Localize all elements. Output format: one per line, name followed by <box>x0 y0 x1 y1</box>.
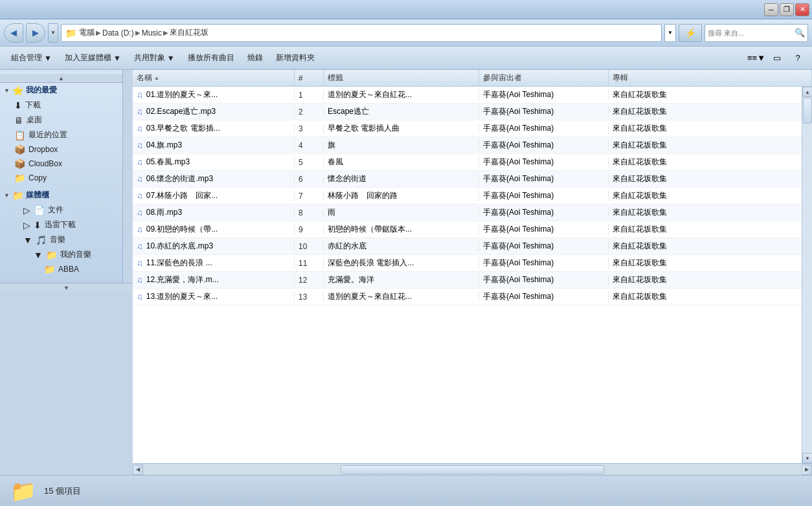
music-file-icon: ♫ <box>137 191 143 201</box>
help-button[interactable]: ? <box>789 50 807 67</box>
share-button[interactable]: 共用對象 ▼ <box>128 49 181 67</box>
sidebar-media-header[interactable]: ▼ 📁 媒體櫃 <box>0 188 122 203</box>
music-file-icon: ♫ <box>137 225 143 234</box>
table-row[interactable]: ♫ 11.深藍色的長浪 ... 11 深藍色的長浪 電影插入... 手嘉葵(Ao… <box>133 255 802 272</box>
col-name-label: 名稱 <box>137 72 152 83</box>
sidebar-item-dropbox[interactable]: 📦 Dropbox <box>0 142 122 157</box>
table-row[interactable]: ♫ 12.充滿愛，海洋.m... 12 充滿愛。海洋 手嘉葵(Aoi Teshi… <box>133 272 802 289</box>
table-row[interactable]: ♫ 08.雨.mp3 8 雨 手嘉葵(Aoi Teshima) 來自紅花坂歌集 <box>133 204 802 221</box>
h-scroll-track[interactable] <box>143 465 802 475</box>
table-row[interactable]: ♫ 01.道別的夏天～來... 1 道別的夏天～來自紅花... 手嘉葵(Aoi … <box>133 87 802 104</box>
col-album-label: 專輯 <box>613 72 628 83</box>
music-icon: 🎵 <box>36 235 47 245</box>
breadcrumb-current[interactable]: 來自紅花坂 <box>170 27 209 38</box>
file-artist-cell: 手嘉葵(Aoi Teshima) <box>479 274 609 285</box>
view-dropdown-button[interactable]: ≡≡ ▼ <box>747 50 765 67</box>
sidebar-scroll-down[interactable]: ▼ <box>0 283 133 292</box>
sidebar-item-my-music[interactable]: ▼ 📁 我的音樂 <box>0 247 122 262</box>
add-media-button[interactable]: 加入至媒體櫃 ▼ <box>59 49 127 67</box>
breadcrumb-pc[interactable]: 電腦 <box>79 27 95 38</box>
file-album-cell: 來自紅花坂歌集 <box>609 190 802 201</box>
table-row[interactable]: ♫ 02.Escape逃亡.mp3 2 Escape逃亡 手嘉葵(Aoi Tes… <box>133 104 802 120</box>
scroll-down-arrow[interactable]: ▼ <box>802 453 812 463</box>
refresh-button[interactable]: ⚡ <box>679 24 702 42</box>
breadcrumb-music[interactable]: Music <box>142 28 162 38</box>
restore-button[interactable]: ❐ <box>780 3 794 16</box>
file-artist-cell: 手嘉葵(Aoi Teshima) <box>479 207 609 218</box>
table-row[interactable]: ♫ 03.早餐之歌 電影插... 3 早餐之歌 電影插人曲 手嘉葵(Aoi Te… <box>133 120 802 137</box>
sidebar-item-cloudbox[interactable]: 📦 CloudBox <box>0 157 122 171</box>
file-name-cell: ♫ 06.懷念的街道.mp3 <box>133 173 295 184</box>
file-artist-cell: 手嘉葵(Aoi Teshima) <box>479 258 609 269</box>
pane-button[interactable]: ▭ <box>768 50 786 67</box>
search-icon[interactable]: 🔍 <box>795 28 805 38</box>
sidebar-item-thunder[interactable]: ▷ ⬇ 迅雷下載 <box>0 217 122 232</box>
col-header-num[interactable]: # <box>295 70 324 86</box>
sidebar-favorites-header[interactable]: ▼ ⭐ 我的最愛 <box>0 83 122 98</box>
sidebar-item-documents[interactable]: ▷ 📄 文件 <box>0 203 122 217</box>
sidebar-item-copy[interactable]: 📁 Copy <box>0 171 122 185</box>
h-scroll-thumb[interactable] <box>341 465 604 474</box>
col-header-album[interactable]: 專輯 <box>609 70 812 86</box>
organize-button[interactable]: 組合管理 ▼ <box>5 49 58 67</box>
sidebar-item-downloads[interactable]: ⬇ 下載 <box>0 98 122 113</box>
burn-button[interactable]: 燒錄 <box>242 49 269 67</box>
play-all-button[interactable]: 播放所有曲目 <box>182 49 240 67</box>
table-row[interactable]: ♫ 07.林蔭小路 回家... 7 林蔭小路 回家的路 手嘉葵(Aoi Tesh… <box>133 188 802 204</box>
breadcrumb-drive[interactable]: Data (D:) <box>102 28 134 38</box>
scroll-thumb[interactable] <box>803 98 812 124</box>
file-num-cell: 5 <box>295 158 324 167</box>
file-tag-cell: 道別的夏天～來自紅花... <box>324 89 479 100</box>
add-media-dropdown-icon: ▼ <box>113 54 121 63</box>
new-folder-button[interactable]: 新增資料夾 <box>270 49 321 67</box>
sidebar-item-abba[interactable]: 📁 ABBA <box>0 262 122 276</box>
file-num-cell: 9 <box>295 225 324 234</box>
address-dropdown-button[interactable]: ▼ <box>664 24 676 42</box>
file-artist-cell: 手嘉葵(Aoi Teshima) <box>479 241 609 252</box>
main-area: ▲ ▼ ⭐ 我的最愛 ⬇ 下載 🖥 桌面 📋 最近的位置 <box>0 70 812 475</box>
thunder-folder-icon: ⬇ <box>34 220 41 230</box>
table-row[interactable]: ♫ 04.旗.mp3 4 旗 手嘉葵(Aoi Teshima) 來自紅花坂歌集 <box>133 137 802 154</box>
h-scroll-left-arrow[interactable]: ◀ <box>133 465 143 475</box>
scroll-up-arrow[interactable]: ▲ <box>802 87 812 97</box>
file-artist-cell: 手嘉葵(Aoi Teshima) <box>479 190 609 201</box>
table-row[interactable]: ♫ 06.懷念的街道.mp3 6 懷念的街道 手嘉葵(Aoi Teshima) … <box>133 171 802 188</box>
minimize-button[interactable]: ─ <box>764 3 778 16</box>
table-row[interactable]: ♫ 10.赤紅的水底.mp3 10 赤紅的水底 手嘉葵(Aoi Teshima)… <box>133 238 802 255</box>
file-tag-cell: 早餐之歌 電影插人曲 <box>324 123 479 134</box>
music-file-icon: ♫ <box>137 107 143 116</box>
file-artist-cell: 手嘉葵(Aoi Teshima) <box>479 224 609 235</box>
table-row[interactable]: ♫ 09.初戀的時候（帶... 9 初戀的時候（帶鋸版本... 手嘉葵(Aoi … <box>133 221 802 238</box>
file-name: 11.深藍色的長浪 ... <box>146 258 212 269</box>
scroll-track[interactable] <box>802 97 812 453</box>
sidebar-abba-label: ABBA <box>58 265 79 274</box>
back-button[interactable]: ◀ <box>4 23 23 43</box>
search-input[interactable] <box>708 29 792 37</box>
address-path[interactable]: 📁 電腦 ▶ Data (D:) ▶ Music ▶ 來自紅花坂 <box>61 24 662 42</box>
forward-button[interactable]: ▶ <box>26 23 45 43</box>
pane-icon: ▭ <box>773 53 781 63</box>
sidebar-item-desktop[interactable]: 🖥 桌面 <box>0 113 122 127</box>
sidebar-scroll-up[interactable]: ▲ <box>0 74 122 83</box>
col-header-artist[interactable]: 參與宙出者 <box>479 70 609 86</box>
status-bar: 📁 15 個項目 <box>0 475 812 506</box>
sidebar-item-recent[interactable]: 📋 最近的位置 <box>0 127 122 142</box>
file-name: 02.Escape逃亡.mp3 <box>146 106 216 117</box>
file-artist-cell: 手嘉葵(Aoi Teshima) <box>479 89 609 100</box>
col-header-name[interactable]: 名稱 ▲ <box>133 70 295 86</box>
sidebar-item-music[interactable]: ▼ 🎵 音樂 <box>0 232 122 247</box>
nav-dropdown-button[interactable]: ▼ <box>48 23 58 43</box>
file-name-cell: ♫ 02.Escape逃亡.mp3 <box>133 106 295 117</box>
file-name-cell: ♫ 10.赤紅的水底.mp3 <box>133 241 295 252</box>
col-header-tag[interactable]: 標籤 <box>324 70 479 86</box>
right-scrollbar[interactable]: ▲ ▼ <box>802 87 812 463</box>
table-row[interactable]: ♫ 05.春風.mp3 5 春風 手嘉葵(Aoi Teshima) 來自紅花坂歌… <box>133 154 802 171</box>
toolbar-right: ≡≡ ▼ ▭ ? <box>747 50 807 67</box>
h-scroll-right-arrow[interactable]: ▶ <box>802 465 812 475</box>
file-name: 12.充滿愛，海洋.m... <box>146 274 219 285</box>
file-name: 01.道別的夏天～來... <box>146 89 218 100</box>
status-folder-icon: 📁 <box>10 479 36 503</box>
table-row[interactable]: ♫ 13.道別的夏天～來... 13 道別的夏天～來自紅花... 手嘉葵(Aoi… <box>133 289 802 305</box>
my-music-icon: 📁 <box>46 250 57 260</box>
close-button[interactable]: ✕ <box>795 3 809 16</box>
